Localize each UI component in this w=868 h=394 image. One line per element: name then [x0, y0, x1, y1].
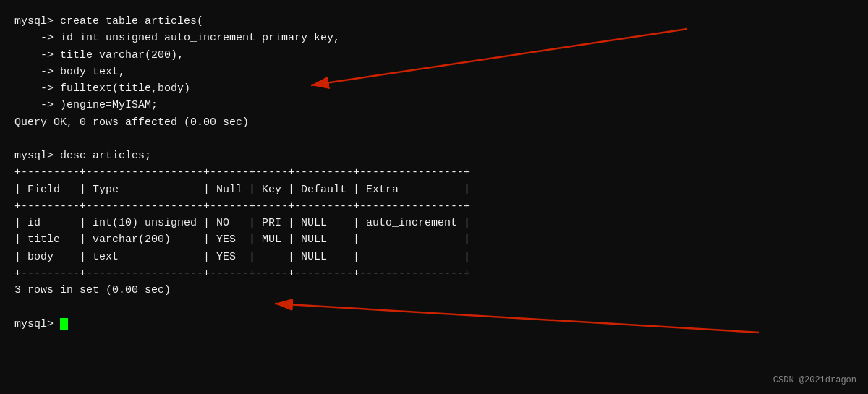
terminal-line-4: -> body text,: [14, 64, 854, 80]
terminal-line-7: Query OK, 0 rows affected (0.00 sec): [14, 114, 854, 131]
terminal-line-11: | Field | Type | Null | Key | Default | …: [14, 181, 854, 198]
terminal-line-16: +---------+------------------+------+---…: [14, 265, 854, 282]
terminal-line-18: [14, 299, 854, 315]
terminal-line-10: +---------+------------------+------+---…: [14, 164, 854, 181]
terminal-line-8: [14, 131, 854, 147]
terminal-line-15: | body | text | YES | | NULL | |: [14, 249, 854, 265]
terminal-line-13: | id | int(10) unsigned | NO | PRI | NUL…: [14, 215, 854, 231]
terminal-line-14: | title | varchar(200) | YES | MUL | NUL…: [14, 231, 854, 248]
terminal-line-19: mysql>: [14, 316, 854, 333]
terminal-line-1: mysql> create table articles(: [14, 13, 854, 30]
terminal-line-3: -> title varchar(200),: [14, 47, 854, 64]
terminal-line-6: -> )engine=MyISAM;: [14, 97, 854, 114]
terminal-line-12: +---------+------------------+------+---…: [14, 198, 854, 215]
terminal: mysql> create table articles( -> id int …: [0, 0, 868, 394]
terminal-line-2: -> id int unsigned auto_increment primar…: [14, 30, 854, 46]
terminal-cursor: [60, 318, 68, 330]
terminal-line-5: -> fulltext(title,body): [14, 80, 854, 97]
watermark: CSDN @2021dragon: [773, 375, 856, 385]
terminal-line-17: 3 rows in set (0.00 sec): [14, 282, 854, 299]
terminal-line-9: mysql> desc articles;: [14, 147, 854, 164]
